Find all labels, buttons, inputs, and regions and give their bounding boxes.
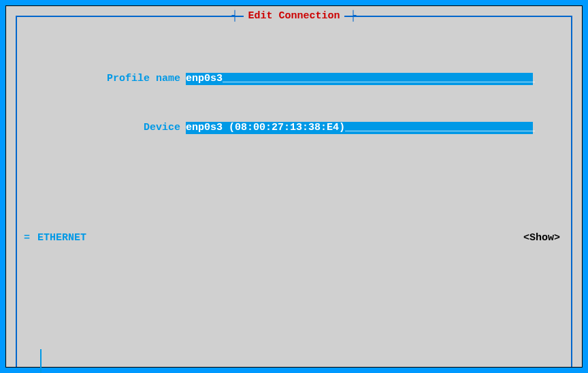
ethernet-section-label: ETHERNET — [37, 232, 86, 244]
dialog-title: Edit Connection — [244, 10, 344, 22]
device-input[interactable]: enp0s3 (08:00:27:13:38:E4)______________… — [186, 122, 533, 134]
ethernet-show-button[interactable]: <Show> — [523, 232, 564, 244]
device-label: Device — [24, 122, 186, 134]
profile-name-input[interactable]: enp0s3__________________________________… — [186, 73, 533, 85]
profile-name-label: Profile name — [24, 73, 186, 85]
ethernet-marker: = — [24, 232, 37, 244]
